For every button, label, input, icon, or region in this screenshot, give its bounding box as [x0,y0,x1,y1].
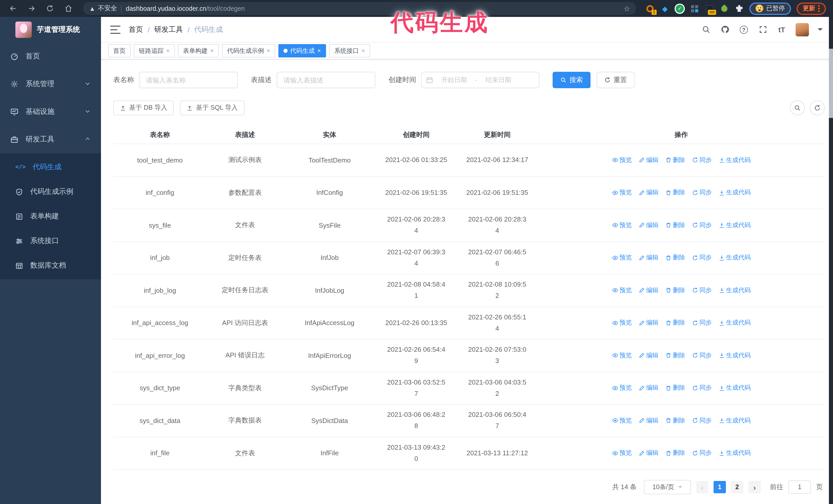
reload-icon[interactable] [42,2,57,15]
date-range-picker[interactable]: - [421,72,539,88]
delete-link[interactable]: 删除 [665,286,685,295]
back-icon[interactable] [5,2,21,15]
page-size-select[interactable]: 10条/页 [644,480,691,494]
generate-code-link[interactable]: 生成代码 [718,286,751,295]
delete-link[interactable]: 删除 [665,188,685,197]
close-icon[interactable]: × [361,48,365,54]
app-logo[interactable]: 芋道管理系统 [0,17,101,43]
sync-link[interactable]: 同步 [692,449,712,458]
paused-chip[interactable]: 已暂停 [749,2,791,15]
sidebar-item-form-builder[interactable]: 表单构建 [0,204,101,229]
generate-code-link[interactable]: 生成代码 [718,449,751,458]
generate-code-link[interactable]: 生成代码 [718,351,751,360]
chevron-down-icon[interactable] [818,28,823,33]
sync-link[interactable]: 同步 [692,254,712,262]
goto-page-input[interactable] [788,480,811,494]
fullscreen-icon[interactable] [758,24,768,34]
sync-link[interactable]: 同步 [692,221,712,230]
preview-link[interactable]: 预览 [612,416,632,425]
close-icon[interactable]: × [317,48,321,54]
edit-link[interactable]: 编辑 [639,319,659,327]
edit-link[interactable]: 编辑 [639,286,659,295]
github-icon[interactable] [720,24,730,34]
edit-link[interactable]: 编辑 [639,449,659,458]
reset-button[interactable]: 重置 [597,72,635,88]
sidebar-item-system-api[interactable]: 系统接口 [0,229,101,253]
delete-link[interactable]: 删除 [665,319,685,327]
update-chip[interactable]: 更新 [796,2,826,15]
generate-code-link[interactable]: 生成代码 [718,254,751,262]
tab-system-api[interactable]: 系统接口× [329,44,370,57]
page-1-button[interactable]: 1 [714,481,726,493]
site-security[interactable]: ▲不安全 [89,4,117,13]
sidebar-item-db-doc[interactable]: 数据库文档 [0,253,101,278]
sidebar-item-system[interactable]: 系统管理 [0,70,101,98]
sync-link[interactable]: 同步 [692,188,712,197]
breadcrumb-home[interactable]: 首页 [129,25,143,34]
generate-code-link[interactable]: 生成代码 [718,156,751,165]
delete-link[interactable]: 删除 [665,416,685,425]
sync-link[interactable]: 同步 [692,156,712,165]
extension-orange-icon[interactable]: 1 [645,4,654,13]
sync-link[interactable]: 同步 [692,384,712,392]
preview-link[interactable]: 预览 [612,449,632,458]
edit-link[interactable]: 编辑 [639,254,659,262]
extension-gem-icon[interactable]: ◆ [660,4,669,13]
tab-home[interactable]: 首页 [108,44,131,57]
prev-page-button[interactable]: ‹ [696,481,709,493]
home-icon[interactable] [61,2,76,15]
scrollbar-thumb[interactable] [829,49,833,118]
browser-menu-icon[interactable] [818,5,820,12]
sync-link[interactable]: 同步 [692,319,712,327]
sidebar-item-codegen[interactable]: </> 代码生成 [0,155,101,179]
search-icon[interactable] [701,24,711,34]
preview-link[interactable]: 预览 [612,221,632,230]
generate-code-link[interactable]: 生成代码 [718,384,751,392]
extension-plant-icon[interactable] [720,4,729,13]
bookmark-star-icon[interactable]: ☆ [624,4,630,13]
preview-link[interactable]: 预览 [612,254,632,262]
table-name-input[interactable] [139,72,238,88]
preview-link[interactable]: 预览 [612,319,632,327]
user-avatar[interactable] [795,23,809,36]
delete-link[interactable]: 删除 [665,156,685,165]
import-sql-button[interactable]: 基于 SQL 导入 [180,100,244,115]
tab-codegen-example[interactable]: 代码生成示例× [222,44,275,57]
page-scrollbar[interactable] [829,17,833,504]
tab-codegen[interactable]: 代码生成× [278,44,326,57]
preview-link[interactable]: 预览 [612,384,632,392]
address-bar[interactable]: ▲不安全 dashboard.yudao.iocoder.cn/tool/cod… [83,2,636,15]
import-db-button[interactable]: 基于 DB 导入 [113,100,174,115]
tab-form-builder[interactable]: 表单构建× [178,44,219,57]
forward-icon[interactable] [24,2,39,15]
extensions-puzzle-icon[interactable] [735,4,744,13]
close-icon[interactable]: × [266,48,270,54]
page-2-button[interactable]: 2 [731,481,743,493]
edit-link[interactable]: 编辑 [639,351,659,360]
font-size-icon[interactable]: tT [777,24,787,34]
search-button[interactable]: 搜索 [553,72,591,88]
tab-trace[interactable]: 链路追踪× [134,44,175,57]
table-desc-input[interactable] [277,72,375,88]
delete-link[interactable]: 删除 [665,254,685,262]
edit-link[interactable]: 编辑 [639,384,659,392]
breadcrumb-devtools[interactable]: 研发工具 [154,25,183,34]
sidebar-item-devtools[interactable]: 研发工具 [0,126,101,153]
edit-link[interactable]: 编辑 [639,156,659,165]
close-icon[interactable]: × [166,48,170,54]
sidebar-item-home[interactable]: 首页 [0,43,101,70]
hamburger-icon[interactable] [110,25,120,33]
delete-link[interactable]: 删除 [665,384,685,392]
delete-link[interactable]: 删除 [665,449,685,458]
extension-on-icon[interactable]: on [705,4,714,13]
sidebar-item-infra[interactable]: 基础设施 [0,98,101,126]
preview-link[interactable]: 预览 [612,156,632,165]
generate-code-link[interactable]: 生成代码 [718,188,751,197]
edit-link[interactable]: 编辑 [639,188,659,197]
generate-code-link[interactable]: 生成代码 [718,221,751,230]
delete-link[interactable]: 删除 [665,221,685,230]
help-icon[interactable]: ? [739,24,749,34]
toggle-search-button[interactable] [790,100,805,115]
preview-link[interactable]: 预览 [612,286,632,295]
extension-check-icon[interactable]: ✓ [675,4,684,13]
